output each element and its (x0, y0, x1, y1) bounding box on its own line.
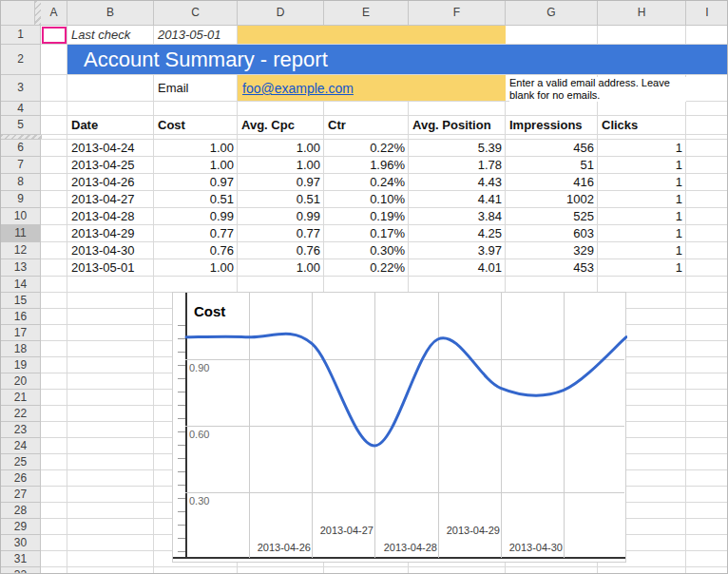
value-cell[interactable]: 4.01 (409, 259, 506, 277)
value-cell[interactable]: 1002 (506, 191, 598, 208)
column-header-F[interactable]: F (409, 1, 506, 26)
row-header-18[interactable]: 18 (1, 341, 41, 357)
embedded-cost-chart[interactable]: Cost 0.300.600.902013-04-262013-04-27201… (172, 292, 626, 563)
value-cell[interactable]: 1 (598, 225, 686, 242)
row-header-6[interactable]: 6 (1, 140, 41, 157)
value-cell[interactable]: 453 (506, 259, 598, 277)
column-header-E[interactable]: E (324, 1, 409, 26)
value-cell[interactable]: 1.00 (238, 157, 324, 174)
value-cell[interactable]: 4.41 (409, 191, 506, 208)
row-header-31[interactable]: 31 (1, 551, 41, 567)
row-header-20[interactable]: 20 (1, 373, 41, 390)
table-header-date[interactable]: Date (67, 116, 154, 135)
email-link[interactable]: foo@example.com (242, 81, 354, 96)
value-cell[interactable]: 1 (598, 208, 686, 225)
value-cell[interactable]: 51 (506, 157, 598, 174)
row-header-5[interactable]: 5 (1, 116, 41, 135)
value-cell[interactable]: 456 (506, 140, 598, 157)
select-all-corner[interactable] (1, 1, 35, 26)
value-cell[interactable]: 1 (598, 174, 686, 191)
row-header-7[interactable]: 7 (1, 157, 41, 174)
value-cell[interactable]: 0.17% (324, 225, 409, 242)
table-header-cost[interactable]: Cost (154, 116, 238, 135)
value-cell[interactable]: 1 (598, 242, 686, 259)
row-header-9[interactable]: 9 (1, 191, 41, 208)
row-header-32[interactable]: 32 (1, 567, 41, 574)
row-header-2[interactable]: 2 (1, 45, 41, 75)
row-header-10[interactable]: 10 (1, 208, 41, 225)
email-label[interactable]: Email (154, 75, 238, 102)
value-cell[interactable]: 1 (598, 259, 686, 277)
row-header-17[interactable]: 17 (1, 325, 41, 341)
value-cell[interactable]: 603 (506, 225, 598, 242)
row-header-16[interactable]: 16 (1, 309, 41, 325)
row-header-14[interactable]: 14 (1, 277, 41, 293)
value-cell[interactable]: 0.97 (154, 174, 238, 191)
highlighted-input-cell[interactable] (238, 26, 506, 44)
value-cell[interactable]: 0.51 (154, 191, 238, 208)
value-cell[interactable]: 1 (598, 157, 686, 174)
table-header-clicks[interactable]: Clicks (598, 116, 686, 135)
value-cell[interactable]: 329 (506, 242, 598, 259)
row-header-28[interactable]: 28 (1, 503, 41, 519)
table-header-impressions[interactable]: Impressions (506, 116, 598, 135)
row-header-23[interactable]: 23 (1, 422, 41, 438)
row-header-26[interactable]: 26 (1, 470, 41, 487)
column-header-H[interactable]: H (598, 1, 686, 26)
email-input-cell[interactable]: foo@example.com (238, 75, 506, 101)
value-cell[interactable]: 0.77 (238, 225, 324, 242)
column-header-B[interactable]: B (67, 1, 154, 26)
row-header-1[interactable]: 1 (1, 26, 41, 45)
value-cell[interactable]: 1 (598, 140, 686, 157)
value-cell[interactable]: 0.77 (154, 225, 238, 242)
value-cell[interactable]: 1.96% (324, 157, 409, 174)
selected-cell-a1[interactable] (42, 27, 67, 44)
value-cell[interactable]: 0.22% (324, 259, 409, 277)
column-header-G[interactable]: G (506, 1, 598, 26)
row-header-27[interactable]: 27 (1, 487, 41, 503)
value-cell[interactable]: 1.00 (238, 259, 324, 277)
value-cell[interactable]: 0.19% (324, 208, 409, 225)
row-header-22[interactable]: 22 (1, 406, 41, 422)
table-header-avg-position[interactable]: Avg. Position (409, 116, 506, 135)
value-cell[interactable]: 0.99 (154, 208, 238, 225)
value-cell[interactable]: 525 (506, 208, 598, 225)
row-header-29[interactable]: 29 (1, 519, 41, 535)
value-cell[interactable]: 0.99 (238, 208, 324, 225)
value-cell[interactable]: 5.39 (409, 140, 506, 157)
row-header-4[interactable]: 4 (1, 102, 41, 116)
column-header-D[interactable]: D (238, 1, 324, 26)
row-header-15[interactable]: 15 (1, 293, 41, 309)
value-cell[interactable]: 0.10% (324, 191, 409, 208)
value-cell[interactable]: 4.43 (409, 174, 506, 191)
table-header-ctr[interactable]: Ctr (324, 116, 409, 135)
last-check-label[interactable]: Last check (67, 26, 154, 45)
date-cell[interactable]: 2013-04-30 (67, 242, 154, 259)
value-cell[interactable]: 0.30% (324, 242, 409, 259)
value-cell[interactable]: 3.84 (409, 208, 506, 225)
value-cell[interactable]: 0.24% (324, 174, 409, 191)
value-cell[interactable]: 0.97 (238, 174, 324, 191)
row-header-25[interactable]: 25 (1, 454, 41, 470)
date-cell[interactable]: 2013-04-27 (67, 191, 154, 208)
value-cell[interactable]: 1 (598, 191, 686, 208)
date-cell[interactable]: 2013-04-29 (67, 225, 154, 242)
column-header-C[interactable]: C (154, 1, 238, 26)
column-header-A[interactable]: A (41, 1, 67, 26)
value-cell[interactable]: 4.25 (409, 225, 506, 242)
row-header-19[interactable]: 19 (1, 357, 41, 373)
frozen-rows-handle[interactable] (1, 135, 42, 140)
date-cell[interactable]: 2013-04-25 (67, 157, 154, 174)
date-cell[interactable]: 2013-04-28 (67, 208, 154, 225)
value-cell[interactable]: 3.97 (409, 242, 506, 259)
value-cell[interactable]: 1.00 (238, 140, 324, 157)
date-cell[interactable]: 2013-04-26 (67, 174, 154, 191)
value-cell[interactable]: 416 (506, 174, 598, 191)
value-cell[interactable]: 0.76 (154, 242, 238, 259)
row-header-30[interactable]: 30 (1, 535, 41, 551)
row-header-11[interactable]: 11 (1, 225, 41, 242)
last-check-value[interactable]: 2013-05-01 (154, 26, 238, 45)
column-header-I[interactable]: I (686, 1, 728, 26)
value-cell[interactable]: 1.00 (154, 259, 238, 277)
row-header-13[interactable]: 13 (1, 259, 41, 277)
